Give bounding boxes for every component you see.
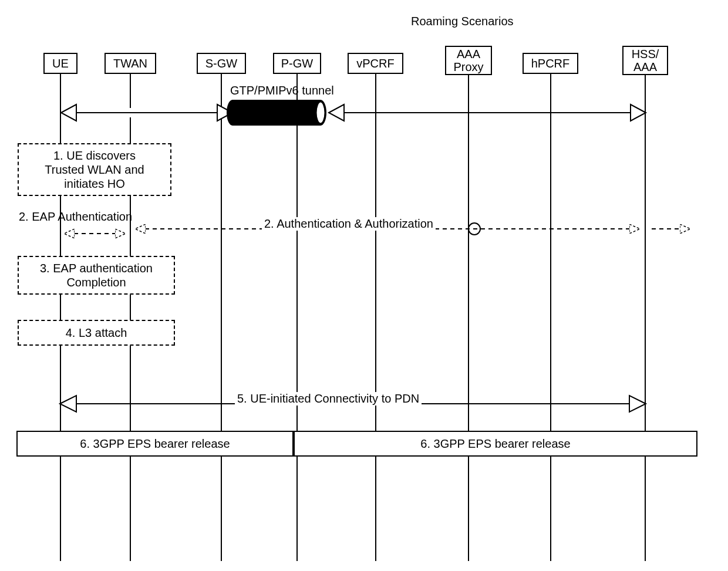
tunnel-label: GTP/PMIPv6 tunnel [230, 84, 334, 97]
lifeline-line-aaa-proxy [468, 75, 469, 561]
lifeline-ue-label: UE [48, 57, 73, 70]
step-2a-label: 2. EAP Authentication [19, 210, 132, 224]
lifeline-line-hss-aaa [645, 75, 646, 561]
step-4-box: 4. L3 attach [18, 320, 175, 346]
lifeline-line-sgw [221, 74, 222, 561]
svg-point-9 [469, 223, 480, 235]
step-2b-label: 2. Authentication & Authorization [262, 217, 436, 231]
lifeline-ue: UE [43, 53, 77, 74]
step-6a-label: 6. 3GPP EPS bearer release [80, 437, 230, 451]
lifeline-hpcrf: hPCRF [523, 53, 578, 74]
step-5-label-txt: 5. UE-initiated Connectivity to PDN [237, 392, 419, 405]
svg-point-4 [316, 102, 325, 124]
svg-rect-1 [232, 100, 321, 126]
lifeline-aaa-proxy-label: AAA Proxy [450, 48, 487, 73]
step-5-label: 5. UE-initiated Connectivity to PDN [235, 392, 422, 406]
lifeline-pgw: P-GW [273, 53, 321, 74]
lifeline-hpcrf-label: hPCRF [527, 57, 574, 70]
lifeline-vpcrf-label: vPCRF [352, 57, 399, 70]
lifeline-hss-aaa-label: HSS/ AAA [627, 48, 663, 73]
diagram-title: Roaming Scenarios [411, 15, 514, 28]
lifeline-aaa-proxy: AAA Proxy [445, 46, 492, 75]
lifeline-line-hpcrf [550, 74, 551, 561]
sequence-diagram: Roaming Scenarios UE TWAN S-GW P-GW vPCR… [0, 0, 728, 571]
step-6a-box: 6. 3GPP EPS bearer release [16, 431, 294, 457]
step-1-label: 1. UE discovers Trusted WLAN and initiat… [23, 148, 166, 191]
lifeline-sgw-label: S-GW [201, 57, 241, 70]
step-3-box: 3. EAP authentication Completion [18, 256, 175, 295]
step-4-label: 4. L3 attach [23, 326, 169, 340]
lifeline-hss-aaa: HSS/ AAA [622, 46, 668, 75]
lifeline-twan: TWAN [105, 53, 156, 74]
lifeline-line-pgw [296, 74, 298, 561]
step-1-box: 1. UE discovers Trusted WLAN and initiat… [18, 143, 171, 196]
svg-point-3 [315, 100, 326, 126]
lifeline-vpcrf: vPCRF [348, 53, 403, 74]
lifeline-line-vpcrf [375, 74, 376, 561]
lifeline-pgw-label: P-GW [278, 57, 316, 70]
step-6b-box: 6. 3GPP EPS bearer release [294, 431, 697, 457]
lifeline-twan-label: TWAN [109, 57, 151, 70]
step-6b-label: 6. 3GPP EPS bearer release [420, 437, 570, 451]
lifeline-sgw: S-GW [197, 53, 246, 74]
step-3-label: 3. EAP authentication Completion [23, 261, 169, 289]
svg-point-2 [227, 100, 238, 126]
